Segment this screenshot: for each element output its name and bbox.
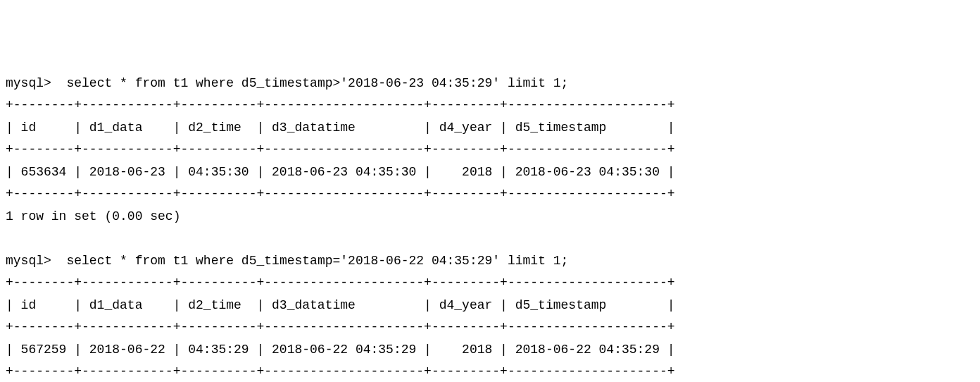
mysql-prompt: mysql> [6, 76, 59, 90]
mysql-command: select * from t1 where d5_timestamp>'201… [59, 76, 569, 90]
mysql-terminal: mysql> select * from t1 where d5_timesta… [6, 73, 974, 383]
table-separator: +--------+------------+----------+------… [6, 320, 675, 334]
table-separator: +--------+------------+----------+------… [6, 276, 675, 290]
table-separator: +--------+------------+----------+------… [6, 364, 675, 378]
mysql-command: select * from t1 where d5_timestamp='201… [59, 254, 569, 268]
table-separator: +--------+------------+----------+------… [6, 187, 675, 201]
table-header: | id | d1_data | d2_time | d3_datatime |… [6, 298, 675, 312]
mysql-prompt: mysql> [6, 254, 59, 268]
table-separator: +--------+------------+----------+------… [6, 142, 675, 156]
table-row: | 653634 | 2018-06-23 | 04:35:30 | 2018-… [6, 165, 675, 179]
table-header: | id | d1_data | d2_time | d3_datatime |… [6, 121, 675, 135]
table-separator: +--------+------------+----------+------… [6, 98, 675, 112]
result-footer: 1 row in set (0.00 sec) [6, 209, 180, 223]
table-row: | 567259 | 2018-06-22 | 04:35:29 | 2018-… [6, 343, 675, 357]
